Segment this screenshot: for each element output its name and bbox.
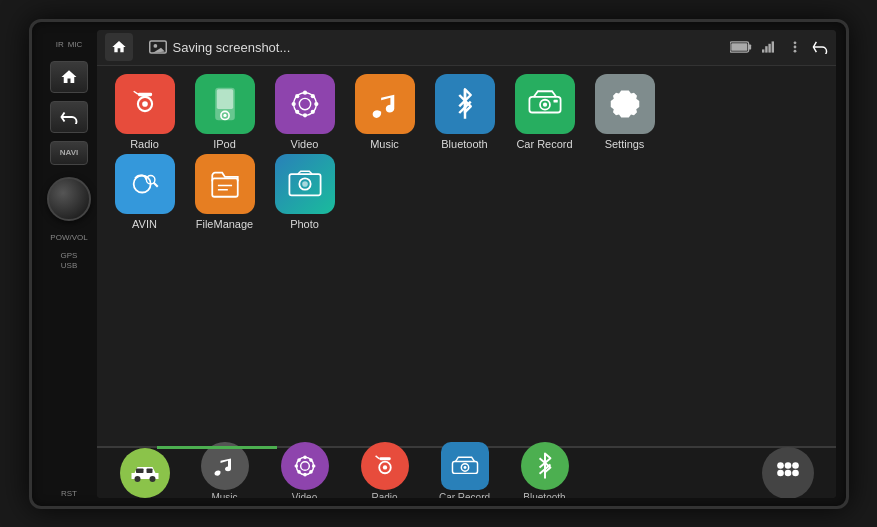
svg-line-61 xyxy=(375,456,379,459)
home-screen-icon xyxy=(111,39,127,55)
svg-point-45 xyxy=(149,476,155,482)
svg-point-56 xyxy=(297,470,301,474)
back-icon xyxy=(60,110,78,124)
app-car-record[interactable]: Car Record xyxy=(509,74,581,150)
back-side-button[interactable] xyxy=(50,101,88,133)
app-radio[interactable]: Radio xyxy=(109,74,181,150)
svg-point-26 xyxy=(295,94,299,98)
filemanage-icon xyxy=(208,167,242,201)
svg-rect-4 xyxy=(731,43,747,51)
apps-grid-icon-bg xyxy=(762,447,814,498)
bottom-radio[interactable]: Radio xyxy=(349,442,421,498)
mic-label: MIC xyxy=(68,40,83,49)
video-label: Video xyxy=(291,138,319,150)
svg-point-43 xyxy=(302,181,308,187)
svg-point-28 xyxy=(295,109,299,113)
svg-point-9 xyxy=(793,41,796,44)
car-active-icon-bg xyxy=(120,448,170,498)
pow-vol-knob[interactable] xyxy=(47,177,91,221)
bottom-carrecord-icon xyxy=(451,455,479,477)
bottom-video[interactable]: Video xyxy=(269,442,341,498)
navi-label: NAVI xyxy=(60,148,79,157)
bottom-apps-grid[interactable] xyxy=(752,447,824,498)
svg-point-23 xyxy=(302,113,306,117)
svg-rect-38 xyxy=(212,178,238,196)
bottom-car-record[interactable]: Car Record xyxy=(429,442,501,498)
ir-mic-labels: IR MIC xyxy=(56,40,83,49)
settings-label: Settings xyxy=(605,138,645,150)
app-grid: Radio IPod xyxy=(97,66,836,446)
app-settings[interactable]: Settings xyxy=(589,74,661,150)
app-avin[interactable]: AVIN xyxy=(109,154,181,230)
svg-point-53 xyxy=(311,464,315,468)
svg-point-51 xyxy=(303,473,307,477)
app-filemanage[interactable]: FileManage xyxy=(189,154,261,230)
bottom-car-active[interactable] xyxy=(109,448,181,498)
navi-button[interactable]: NAVI xyxy=(50,141,88,165)
svg-rect-6 xyxy=(765,46,767,52)
home-button[interactable] xyxy=(105,33,133,61)
carrecord-icon xyxy=(528,89,562,119)
bottom-video-icon xyxy=(292,453,318,479)
ipod-label: IPod xyxy=(213,138,236,150)
svg-point-67 xyxy=(784,462,791,469)
svg-line-37 xyxy=(153,182,157,186)
gps-usb-label: GPS USB xyxy=(61,251,78,272)
image-icon xyxy=(149,40,167,54)
bluetooth-icon-bg xyxy=(435,74,495,134)
menu-dots-icon[interactable] xyxy=(788,40,802,54)
svg-point-69 xyxy=(777,469,784,476)
status-icons xyxy=(730,40,828,54)
svg-point-68 xyxy=(792,462,799,469)
app-music[interactable]: Music xyxy=(349,74,421,150)
svg-rect-17 xyxy=(216,89,232,109)
nav-back-icon[interactable] xyxy=(812,40,828,54)
svg-rect-34 xyxy=(553,99,557,102)
settings-icon xyxy=(607,86,643,122)
svg-point-10 xyxy=(793,46,796,49)
avin-label: AVIN xyxy=(132,218,157,230)
svg-point-11 xyxy=(793,50,796,53)
svg-point-19 xyxy=(223,113,226,116)
bottom-carrecord-label: Car Record xyxy=(439,492,490,498)
svg-rect-5 xyxy=(762,49,764,52)
svg-point-55 xyxy=(309,470,313,474)
bottom-bluetooth[interactable]: Bluetooth xyxy=(509,442,581,498)
ipod-icon xyxy=(210,86,240,122)
app-video[interactable]: Video xyxy=(269,74,341,150)
bluetooth-icon xyxy=(451,86,479,122)
svg-point-54 xyxy=(297,458,301,462)
screenshot-text: Saving screenshot... xyxy=(173,40,291,55)
carrecord-icon-bg xyxy=(515,74,575,134)
bottom-music-icon-bg xyxy=(201,442,249,490)
svg-rect-47 xyxy=(146,468,152,473)
bottom-music[interactable]: Music xyxy=(189,442,261,498)
avin-icon-bg xyxy=(115,154,175,214)
radio-icon xyxy=(128,87,162,121)
app-photo[interactable]: Photo xyxy=(269,154,341,230)
svg-rect-7 xyxy=(768,44,770,53)
home-side-button[interactable] xyxy=(50,61,88,93)
bottom-music-icon xyxy=(213,453,237,479)
svg-point-29 xyxy=(310,94,314,98)
svg-point-50 xyxy=(303,456,307,460)
main-screen: Saving screenshot... xyxy=(97,30,836,498)
svg-rect-8 xyxy=(771,41,773,52)
app-bluetooth[interactable]: Bluetooth xyxy=(429,74,501,150)
svg-point-22 xyxy=(302,90,306,94)
home-icon xyxy=(60,68,78,86)
photo-label: Photo xyxy=(290,218,319,230)
radio-label: Radio xyxy=(130,138,159,150)
music-icon xyxy=(369,87,401,121)
svg-rect-46 xyxy=(136,468,144,473)
svg-line-15 xyxy=(133,91,137,94)
ir-label: IR xyxy=(56,40,64,49)
car-record-label: Car Record xyxy=(516,138,572,150)
left-side-controls: IR MIC NAVI POW/VOL GPS USB RST xyxy=(42,30,97,498)
bottom-video-label: Video xyxy=(292,492,317,498)
apps-grid-icon xyxy=(773,458,803,488)
music-label: Music xyxy=(370,138,399,150)
radio-icon-bg xyxy=(115,74,175,134)
app-ipod[interactable]: IPod xyxy=(189,74,261,150)
bottom-bluetooth-icon xyxy=(535,452,555,480)
